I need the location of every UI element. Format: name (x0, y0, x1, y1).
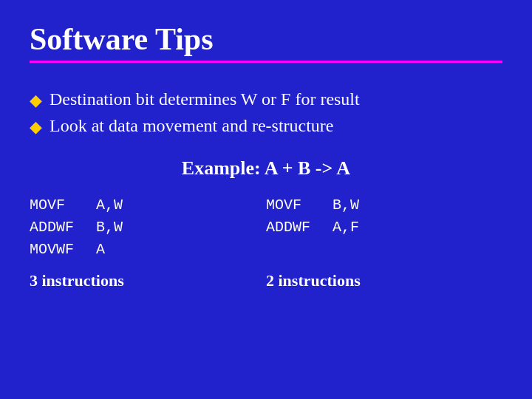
left-keywords: MOVF ADDWF MOVWF (30, 194, 74, 261)
right-keywords: MOVF ADDWF (266, 194, 310, 261)
page-title: Software Tips (30, 22, 502, 56)
bullet-item-2: ◆ Look at data movement and re-structure (30, 116, 502, 137)
right-kw-1: MOVF (266, 194, 310, 216)
bullet-diamond-1: ◆ (30, 91, 42, 110)
title-underline (30, 61, 502, 63)
left-instructions-label: 3 instructions (30, 271, 266, 290)
bullet-text-2: Look at data movement and re-structure (50, 116, 334, 136)
left-kw-1: MOVF (30, 194, 74, 216)
example-title: Example: A + B -> A (30, 157, 502, 180)
bullet-item-1: ◆ Destination bit determines W or F for … (30, 89, 502, 110)
left-code-block: MOVF ADDWF MOVWF A,W B,W A (30, 194, 266, 261)
left-kw-2: ADDWF (30, 216, 74, 239)
bullet-diamond-2: ◆ (30, 117, 42, 137)
example-section: Example: A + B -> A MOVF ADDWF MOVWF A,W… (30, 157, 502, 377)
left-column: MOVF ADDWF MOVWF A,W B,W A 3 instruction… (30, 194, 266, 290)
title-area: Software Tips (30, 22, 502, 63)
right-op-1: B,W (332, 194, 359, 216)
two-columns: MOVF ADDWF MOVWF A,W B,W A 3 instruction… (30, 194, 502, 290)
slide: Software Tips ◆ Destination bit determin… (0, 0, 532, 399)
right-instructions-label: 2 instructions (266, 271, 502, 290)
left-op-2: B,W (96, 216, 123, 239)
left-operands: A,W B,W A (96, 194, 123, 261)
left-op-1: A,W (96, 194, 123, 216)
right-code-block: MOVF ADDWF B,W A,F (266, 194, 502, 261)
bullets: ◆ Destination bit determines W or F for … (30, 89, 502, 143)
bullet-text-1: Destination bit determines W or F for re… (50, 89, 360, 109)
right-op-2: A,F (332, 216, 359, 239)
right-operands: B,W A,F (332, 194, 359, 261)
left-op-3: A (96, 239, 123, 261)
left-kw-3: MOVWF (30, 239, 74, 261)
right-column: MOVF ADDWF B,W A,F 2 instructions (266, 194, 502, 290)
right-kw-2: ADDWF (266, 216, 310, 239)
